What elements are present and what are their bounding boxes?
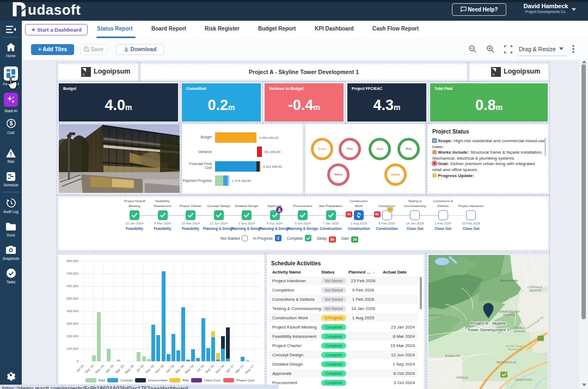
svg-text:Tower Development 1: Tower Development 1 [467,327,510,332]
svg-text:HORSLEY: HORSLEY [456,376,469,379]
svg-text:Kembla Grange: Kembla Grange [506,345,523,348]
svg-text:GRANGE: GRANGE [513,330,525,333]
svg-text:W Dapto Rd: W Dapto Rd [445,354,460,357]
svg-text:Racecourse: Racecourse [508,348,522,351]
svg-text:Mount Kembla: Mount Kembla [500,279,518,282]
svg-text:$: $ [10,120,13,126]
svg-text:OMBARTON: OMBARTON [428,314,444,317]
svg-text:HEIGHTS: HEIGHTS [503,313,516,317]
svg-text:Project A - Skyline: Project A - Skyline [471,321,506,326]
svg-text:LOOKOUT: LOOKOUT [464,284,477,288]
svg-text:HEIGHTS: HEIGHTS [529,289,542,292]
svg-text:BROWNSVILLE: BROWNSVILLE [497,361,517,364]
svg-text:KANAHOOKA: KANAHOOKA [515,378,532,381]
